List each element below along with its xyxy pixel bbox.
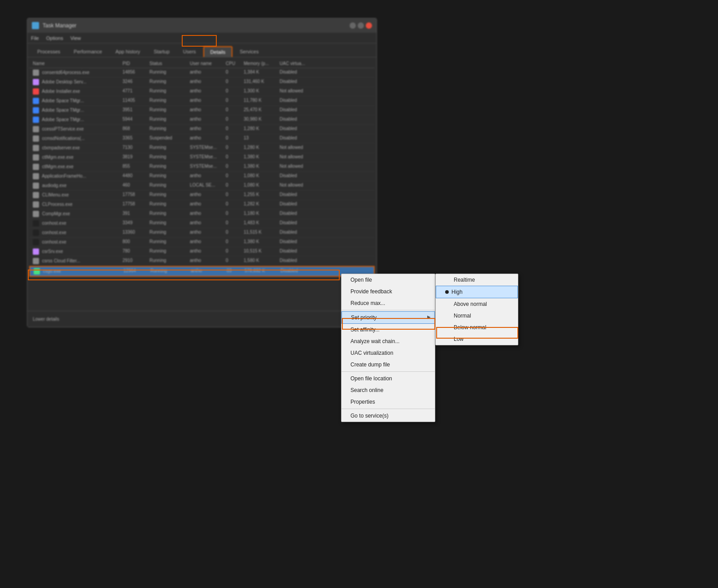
context-item-reduce[interactable]: Reduce max... <box>341 297 435 309</box>
submenu-realtime[interactable]: Realtime <box>436 274 518 286</box>
row-name: ctxmpadserver.exe <box>33 145 123 151</box>
row-cpu: 0 <box>226 230 244 236</box>
table-row[interactable]: csrss Cloud Filter... 2910 Running antho… <box>29 257 375 266</box>
row-virt: Disabled <box>280 220 315 226</box>
row-status: Running <box>149 192 190 198</box>
row-pid: 3246 <box>123 79 149 85</box>
tab-startup[interactable]: Startup <box>147 47 175 57</box>
submenu-low[interactable]: Low <box>436 333 518 345</box>
context-item-set-priority[interactable]: Set priority <box>341 311 435 324</box>
row-mem: 1,380 K <box>244 154 280 161</box>
table-row[interactable]: ctlMgm.exe.exe 855 Running SYSTEMse... 0… <box>29 162 375 172</box>
menu-file[interactable]: File <box>31 35 39 41</box>
table-row[interactable]: CompMgr.exe 391 Running antho 0 1,180 K … <box>29 209 375 219</box>
row-virt: Not allowed <box>280 154 315 161</box>
footer-checkbox-label[interactable]: Lower details <box>33 317 59 322</box>
col-header-user[interactable]: User name <box>190 61 226 66</box>
tab-processes[interactable]: Processes <box>31 47 66 57</box>
col-header-mem[interactable]: Memory (p... <box>244 61 280 66</box>
tab-services[interactable]: Services <box>233 47 265 57</box>
context-item-file-location[interactable]: Open file location <box>341 373 435 384</box>
table-row[interactable]: audiodg.exe 460 Running LOCAL SE... 0 1,… <box>29 181 375 191</box>
high-bullet <box>445 290 449 294</box>
task-manager-window: Task Manager File Options View Processes… <box>27 18 377 327</box>
tab-app-history[interactable]: App history <box>109 47 146 57</box>
tab-details[interactable]: Details <box>203 46 233 57</box>
row-virt: Not allowed <box>280 145 315 151</box>
row-user: antho <box>190 211 226 217</box>
table-row[interactable]: Adobe Installer.exe 4771 Running antho 0… <box>29 87 375 96</box>
row-status: Suspended <box>149 135 190 142</box>
col-header-name[interactable]: Name <box>33 61 123 66</box>
menu-options[interactable]: Options <box>46 35 63 41</box>
submenu-normal-label: Normal <box>454 313 471 319</box>
submenu-below-normal[interactable]: Below normal <box>436 322 518 333</box>
table-row[interactable]: ApplicationFrameHo... 4480 Running antho… <box>29 172 375 181</box>
table-row[interactable]: csrSrv.exe 780 Running antho 0 10,515 K … <box>29 247 375 257</box>
context-item-uac[interactable]: UAC virtualization <box>341 347 435 359</box>
table-row[interactable]: CLIMenu.exe 17758 Running antho 0 1,255 … <box>29 191 375 200</box>
row-mem: 1,380 K <box>244 164 280 170</box>
row-virt: Disabled <box>280 107 315 113</box>
col-header-virt[interactable]: UAC virtua... <box>280 61 315 66</box>
context-item-open[interactable]: Open file <box>341 274 435 286</box>
col-header-pid[interactable]: PID <box>123 61 149 66</box>
table-row[interactable]: ctxmpadserver.exe 7130 Running SYSTEMse.… <box>29 144 375 153</box>
table-row[interactable]: ccmsdNotifications(... 3365 Suspended an… <box>29 134 375 144</box>
row-pid: 5944 <box>123 117 149 123</box>
row-mem: 25,470 K <box>244 107 280 113</box>
row-mem: 1,180 K <box>244 211 280 217</box>
row-status: Running <box>149 183 190 189</box>
row-status: Running <box>149 230 190 236</box>
context-item-search[interactable]: Search online <box>341 384 435 396</box>
table-row[interactable]: csgo.exe 12964 Running antho 03 578,692 … <box>29 266 375 277</box>
row-name: CLProcess.exe <box>33 201 123 208</box>
menu-view[interactable]: View <box>70 35 81 41</box>
row-mem: 1,280 K <box>244 126 280 132</box>
row-cpu: 0 <box>226 201 244 208</box>
context-item-affinity[interactable]: Set affinity... <box>341 324 435 335</box>
table-row[interactable]: Adobe Space TMgr... 3951 Running antho 0… <box>29 106 375 115</box>
row-name: ctlMgm.exe.exe <box>33 154 123 161</box>
close-button[interactable] <box>366 22 372 29</box>
table-row[interactable]: ccessiPTService.exe 868 Running antho 0 … <box>29 125 375 134</box>
context-item-wait-chain[interactable]: Analyze wait chain... <box>341 335 435 347</box>
row-user: LOCAL SE... <box>190 183 226 189</box>
submenu-above-normal[interactable]: Above normal <box>436 298 518 310</box>
row-mem: 11,515 K <box>244 230 280 236</box>
tab-users[interactable]: Users <box>177 47 202 57</box>
table-row[interactable]: ctlMgm.exe.exe 3819 Running SYSTEMse... … <box>29 153 375 162</box>
row-status: Running <box>149 70 190 76</box>
table-row[interactable]: conhost.exe 800 Running antho 0 1,380 K … <box>29 238 375 247</box>
row-virt: Not allowed <box>280 164 315 170</box>
row-mem: 1,080 K <box>244 183 280 189</box>
table-row[interactable]: Adobe Space TMgr... 11405 Running antho … <box>29 96 375 106</box>
col-header-status[interactable]: Status <box>149 61 190 66</box>
row-user: antho <box>190 201 226 208</box>
row-user: SYSTEMse... <box>190 154 226 161</box>
col-header-cpu[interactable]: CPU <box>226 61 244 66</box>
maximize-button[interactable] <box>358 22 364 29</box>
table-row[interactable]: CLProcess.exe 17758 Running antho 0 1,28… <box>29 200 375 209</box>
row-pid: 17758 <box>123 201 149 208</box>
context-item-goto-service[interactable]: Go to service(s) <box>341 410 435 422</box>
context-item-dump[interactable]: Create dump file <box>341 359 435 370</box>
table-row[interactable]: conhost.exe 3349 Running antho 0 1,483 K… <box>29 219 375 228</box>
table-row[interactable]: Adobe Desktop Serv... 3246 Running antho… <box>29 78 375 87</box>
table-row[interactable]: Adobe Space TMgr... 5944 Running antho 0… <box>29 115 375 125</box>
submenu-normal[interactable]: Normal <box>436 310 518 322</box>
context-item-properties[interactable]: Properties <box>341 396 435 408</box>
context-item-feedback[interactable]: Provide feedback <box>341 286 435 297</box>
row-status: Running <box>149 164 190 170</box>
footer-bar: Lower details End task <box>27 311 377 327</box>
table-row[interactable]: consentd64process.exe 14856 Running anth… <box>29 68 375 78</box>
window-title: Task Manager <box>43 22 76 29</box>
minimize-button[interactable] <box>350 22 356 29</box>
table-row[interactable]: conhost.exe 13360 Running antho 0 11,515… <box>29 228 375 238</box>
tab-performance[interactable]: Performance <box>67 47 108 57</box>
row-pid: 3819 <box>123 154 149 161</box>
row-virt: Disabled <box>280 201 315 208</box>
submenu-high[interactable]: High <box>436 286 518 298</box>
row-pid: 11405 <box>123 98 149 104</box>
row-mem: 1,384 K <box>244 70 280 76</box>
